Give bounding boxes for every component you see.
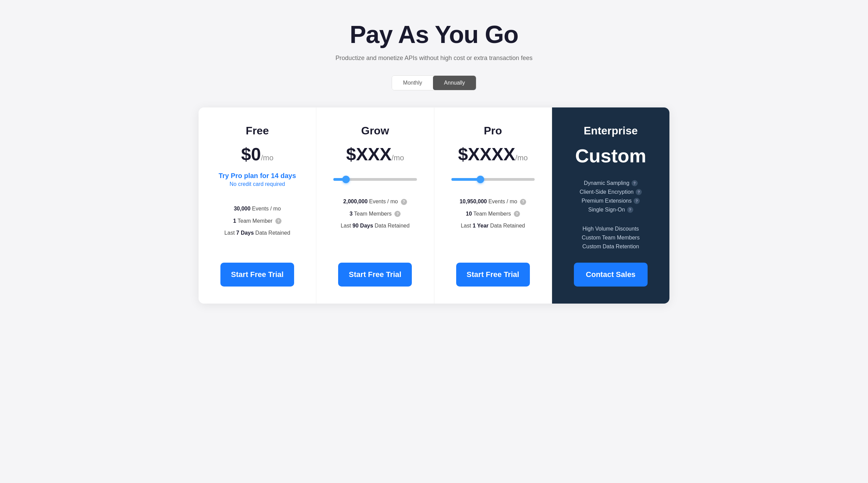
page-subtitle: Productize and monetize APIs without hig… — [335, 55, 532, 62]
team-info-icon: ? — [275, 218, 281, 224]
feature-team: 1 Team Member ? — [214, 217, 301, 225]
enterprise-feature-sampling: Dynamic Sampling ? — [580, 180, 642, 186]
plan-free-features: 30,000 Events / mo 1 Team Member ? Last … — [214, 204, 301, 249]
grow-feature-retention: Last 90 Days Data Retained — [332, 221, 418, 230]
grow-cta-button[interactable]: Start Free Trial — [338, 263, 412, 287]
feature-retention: Last 7 Days Data Retained — [214, 229, 301, 237]
enterprise-extra-features: High Volume Discounts Custom Team Member… — [582, 226, 640, 252]
sampling-info-icon: ? — [632, 180, 638, 186]
grow-feature-team: 3 Team Members ? — [332, 209, 418, 218]
pro-slider-thumb[interactable] — [477, 176, 484, 183]
pro-slider-section — [450, 172, 536, 187]
plan-free: Free $0/mo Try Pro plan for 14 days No c… — [199, 107, 316, 304]
enterprise-top-features: Dynamic Sampling ? Client-Side Encryptio… — [580, 180, 642, 216]
plan-grow-features: 2,000,000 Events / mo ? 3 Team Members ?… — [332, 197, 418, 249]
monthly-tab[interactable]: Monthly — [392, 76, 433, 90]
enterprise-price-label: Custom — [575, 145, 646, 166]
feature-events: 30,000 Events / mo — [214, 204, 301, 213]
pro-cta-button[interactable]: Start Free Trial — [456, 263, 530, 287]
plan-enterprise-name: Enterprise — [584, 125, 638, 137]
pro-feature-team: 10 Team Members ? — [450, 209, 536, 218]
no-cc-text: No credit card required — [230, 181, 285, 187]
plan-pro: Pro $XXXX/mo 10,950,000 Events / mo ? 10… — [434, 107, 552, 304]
team-info-icon: ? — [394, 211, 401, 217]
plans-container: Free $0/mo Try Pro plan for 14 days No c… — [199, 107, 669, 304]
encryption-info-icon: ? — [636, 189, 642, 195]
enterprise-extra-retention: Custom Data Retention — [582, 244, 640, 250]
enterprise-feature-sso: Single Sign-On ? — [580, 207, 642, 213]
plan-enterprise: Enterprise Custom Dynamic Sampling ? Cli… — [552, 107, 669, 304]
grow-slider-track[interactable] — [333, 178, 417, 181]
grow-feature-events: 2,000,000 Events / mo ? — [332, 197, 418, 206]
plan-grow-price: $XXX/mo — [346, 145, 404, 163]
pro-slider-fill — [451, 178, 480, 181]
plan-pro-name: Pro — [484, 125, 502, 137]
plan-pro-features: 10,950,000 Events / mo ? 10 Team Members… — [450, 197, 536, 249]
pro-feature-retention: Last 1 Year Data Retained — [450, 221, 536, 230]
pro-slider-track[interactable] — [451, 178, 535, 181]
team-info-icon: ? — [514, 211, 520, 217]
annually-tab[interactable]: Annually — [433, 76, 476, 90]
billing-toggle: Monthly Annually — [392, 75, 476, 90]
enterprise-extra-discounts: High Volume Discounts — [582, 226, 640, 232]
extensions-info-icon: ? — [634, 198, 640, 204]
grow-slider-thumb[interactable] — [342, 176, 350, 183]
events-info-icon: ? — [520, 199, 526, 205]
trial-link[interactable]: Try Pro plan for 14 days — [219, 172, 296, 180]
enterprise-cta-button[interactable]: Contact Sales — [574, 263, 648, 287]
enterprise-feature-encryption: Client-Side Encryption ? — [580, 189, 642, 195]
free-cta-button[interactable]: Start Free Trial — [220, 263, 294, 287]
plan-grow: Grow $XXX/mo 2,000,000 Events / mo ? 3 T… — [316, 107, 434, 304]
sso-info-icon: ? — [627, 207, 633, 213]
enterprise-feature-extensions: Premium Extensions ? — [580, 198, 642, 204]
plan-grow-name: Grow — [361, 125, 389, 137]
page-title: Pay As You Go — [350, 20, 518, 48]
plan-pro-price: $XXXX/mo — [458, 145, 527, 163]
plan-free-price: $0/mo — [241, 145, 274, 163]
pro-feature-events: 10,950,000 Events / mo ? — [450, 197, 536, 206]
free-trial-section: Try Pro plan for 14 days No credit card … — [219, 172, 296, 187]
events-info-icon: ? — [401, 199, 407, 205]
grow-slider-section — [332, 172, 418, 187]
enterprise-extra-team: Custom Team Members — [582, 235, 640, 241]
plan-free-name: Free — [246, 125, 269, 137]
